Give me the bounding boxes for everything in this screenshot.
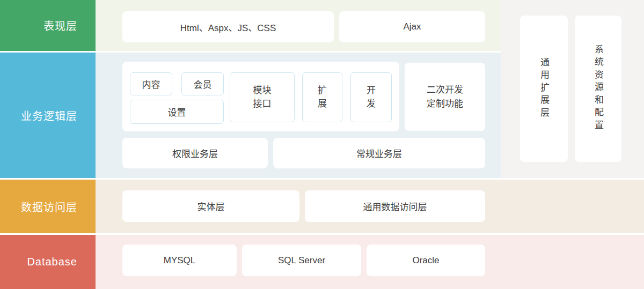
architecture-diagram: 表现层 业务逻辑层 数据访问层 Database Html、Aspx、JS、CS… [0,0,644,289]
permission-business-label: 权限业务层 [172,146,218,160]
secondary-dev-box: 二次开发定制功能 [405,63,485,131]
general-extension-vbox: 通用扩展层 [520,16,568,162]
development-label: 开发 [366,84,376,110]
extension-label: 扩展 [317,84,327,110]
layer-block-presentation: 表现层 [0,0,96,51]
development-chip: 开发 [350,72,392,122]
oracle-box: Oracle [367,244,485,276]
permission-business-box: 权限业务层 [122,138,268,168]
system-resources-vbox: 系统资源和配置 [575,16,621,162]
general-business-label: 常规业务层 [356,146,402,160]
secondary-dev-label: 二次开发定制功能 [426,83,464,110]
general-business-box: 常规业务层 [273,138,485,168]
member-module-label: 会员 [194,77,212,91]
general-data-access-box: 通用数据访问层 [305,190,485,222]
extension-chip: 扩展 [302,72,342,122]
settings-module-chip: 设置 [130,100,224,124]
module-interface-label: 模块接口 [253,84,272,110]
system-resources-label: 系统资源和配置 [594,45,603,132]
oracle-label: Oracle [412,255,439,266]
frontend-tech-box: Html、Aspx、JS、CSS [122,11,334,42]
layer-label-presentation: 表现层 [43,18,77,33]
ajax-label: Ajax [403,21,421,32]
layer-block-data-access: 数据访问层 [0,180,96,233]
layer-block-database: Database [0,235,96,289]
entity-layer-box: 实体层 [122,190,299,222]
layer-label-database: Database [27,256,77,268]
sqlserver-label: SQL Server [278,255,325,266]
sqlserver-box: SQL Server [242,244,361,276]
entity-layer-label: 实体层 [197,199,225,213]
general-data-access-label: 通用数据访问层 [363,199,427,213]
ajax-box: Ajax [339,11,485,42]
module-interface-chip: 模块接口 [230,72,295,122]
mysql-label: MYSQL [164,255,196,266]
content-module-chip: 内容 [130,72,172,95]
general-extension-label: 通用扩展层 [539,57,548,120]
member-module-chip: 会员 [181,72,224,95]
content-module-label: 内容 [142,77,160,91]
frontend-tech-label: Html、Aspx、JS、CSS [180,20,276,34]
mysql-box: MYSQL [122,244,237,276]
layer-label-business: 业务逻辑层 [21,108,77,123]
layer-label-data-access: 数据访问层 [21,199,77,214]
settings-module-label: 设置 [168,105,186,118]
layer-block-business: 业务逻辑层 [0,53,96,178]
